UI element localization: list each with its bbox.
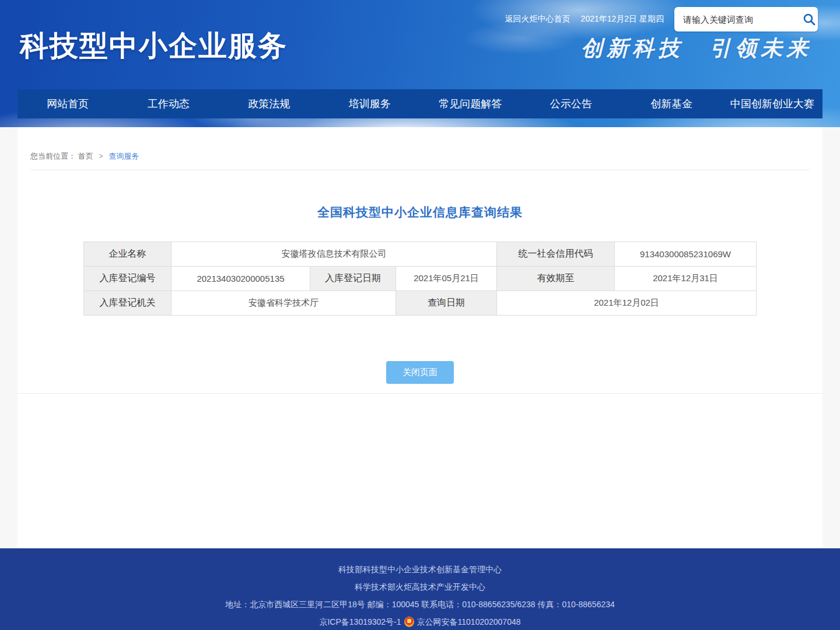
site-footer: 科技部科技型中小企业技术创新基金管理中心 科学技术部火炬高技术产业开发中心 地址… xyxy=(0,548,840,630)
page-body: 您当前位置： 首页 > 查询服务 全国科技型中小企业信息库查询结果 企业名称 安… xyxy=(0,127,840,548)
nav-item-innovation-fund[interactable]: 创新基金 xyxy=(621,89,722,118)
breadcrumb-separator: > xyxy=(99,152,103,160)
nav-item-announcements[interactable]: 公示公告 xyxy=(521,89,622,118)
cell-reg-authority-label: 入库登记机关 xyxy=(84,291,172,316)
breadcrumb-current-link[interactable]: 查询服务 xyxy=(108,152,139,160)
return-torch-center-link[interactable]: 返回火炬中心首页 xyxy=(505,14,570,24)
main-navigation: 网站首页 工作动态 政策法规 培训服务 常见问题解答 公示公告 创新基金 中国创… xyxy=(18,89,822,118)
cell-reg-number-value: 202134030200005135 xyxy=(172,267,310,291)
query-result-section: 您当前位置： 首页 > 查询服务 全国科技型中小企业信息库查询结果 企业名称 安… xyxy=(18,127,822,394)
content-panel: 您当前位置： 首页 > 查询服务 全国科技型中小企业信息库查询结果 企业名称 安… xyxy=(18,127,822,548)
nav-item-competition[interactable]: 中国创新创业大赛 xyxy=(722,89,823,118)
nav-item-home[interactable]: 网站首页 xyxy=(18,89,118,118)
top-utility-bar: 返回火炬中心首页 2021年12月2日 星期四 xyxy=(505,7,818,32)
cell-valid-until-label: 有效期至 xyxy=(497,267,615,291)
police-record-link[interactable]: 京公网安备11010202007048 xyxy=(417,617,521,626)
site-header: 科技型中小企业服务 返回火炬中心首页 2021年12月2日 星期四 创新科技 引… xyxy=(0,0,840,127)
close-page-button[interactable]: 关闭页面 xyxy=(386,361,454,384)
footer-org-line-2: 科学技术部火炬高技术产业开发中心 xyxy=(0,580,840,594)
cell-query-date-value: 2021年12月02日 xyxy=(497,291,757,316)
nav-item-faq[interactable]: 常见问题解答 xyxy=(420,89,521,118)
police-badge-icon xyxy=(404,617,414,627)
cell-reg-authority-value: 安徽省科学技术厅 xyxy=(172,291,396,316)
cell-reg-date-label: 入库登记日期 xyxy=(310,267,396,291)
enterprise-info-table: 企业名称 安徽塔孜信息技术有限公司 统一社会信用代码 9134030008523… xyxy=(83,242,757,316)
search-button[interactable] xyxy=(800,7,818,32)
page-title: 全国科技型中小企业信息库查询结果 xyxy=(18,204,822,220)
cell-company-name-label: 企业名称 xyxy=(84,242,172,267)
footer-contact-line: 地址：北京市西城区三里河二区甲18号 邮编：100045 联系电话：010-88… xyxy=(0,597,840,611)
current-date-text: 2021年12月2日 星期四 xyxy=(581,14,664,24)
brand-slogan: 创新科技 引领未来 xyxy=(581,34,812,63)
cell-reg-date-value: 2021年05月21日 xyxy=(396,267,497,291)
search-icon xyxy=(802,12,816,26)
cell-credit-code-value: 91340300085231069W xyxy=(615,242,757,267)
footer-record-line: 京ICP备13019302号-1京公网安备11010202007048 xyxy=(0,615,840,629)
table-row: 入库登记编号 202134030200005135 入库登记日期 2021年05… xyxy=(84,267,757,291)
cell-reg-number-label: 入库登记编号 xyxy=(84,267,172,291)
breadcrumb: 您当前位置： 首页 > 查询服务 xyxy=(30,127,810,170)
cell-company-name-value: 安徽塔孜信息技术有限公司 xyxy=(172,242,497,267)
table-row: 企业名称 安徽塔孜信息技术有限公司 统一社会信用代码 9134030008523… xyxy=(84,242,757,267)
site-logo: 科技型中小企业服务 xyxy=(20,27,288,65)
nav-item-training[interactable]: 培训服务 xyxy=(320,89,421,118)
breadcrumb-prefix: 您当前位置： xyxy=(30,152,76,160)
table-row: 入库登记机关 安徽省科学技术厅 查询日期 2021年12月02日 xyxy=(84,291,757,316)
nav-item-policies[interactable]: 政策法规 xyxy=(219,89,320,118)
keyword-search-box xyxy=(674,7,818,32)
footer-org-line-1: 科技部科技型中小企业技术创新基金管理中心 xyxy=(0,562,840,576)
cell-valid-until-value: 2021年12月31日 xyxy=(615,267,757,291)
nav-item-work-news[interactable]: 工作动态 xyxy=(118,89,219,118)
cell-query-date-label: 查询日期 xyxy=(396,291,497,316)
icp-record-link[interactable]: 京ICP备13019302号-1 xyxy=(319,617,401,626)
search-input[interactable] xyxy=(682,14,800,25)
cell-credit-code-label: 统一社会信用代码 xyxy=(497,242,615,267)
breadcrumb-home-link[interactable]: 首页 xyxy=(78,152,93,160)
